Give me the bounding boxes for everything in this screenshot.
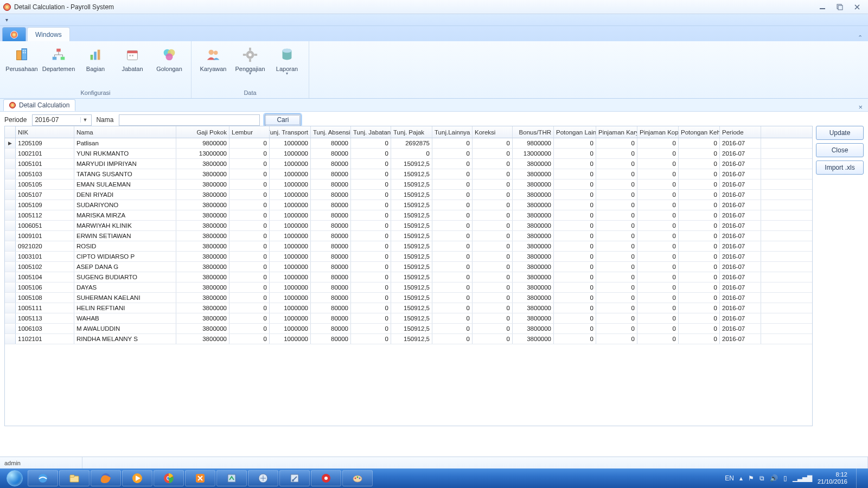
cell-pinjkop[interactable]: 0 — [637, 252, 679, 261]
close-button[interactable] — [850, 3, 865, 11]
cell-pinjkar[interactable]: 0 — [596, 313, 637, 323]
cell-nama[interactable]: ROSID — [74, 241, 176, 251]
cell-lembur[interactable]: 0 — [229, 159, 270, 169]
tray-volume-icon[interactable]: 🔊 — [770, 474, 778, 482]
cell-periode[interactable]: 2016-07 — [720, 221, 761, 230]
cell-periode[interactable]: 2016-07 — [720, 149, 761, 158]
cell-lain[interactable]: 0 — [432, 169, 473, 179]
cell-pinjkop[interactable]: 0 — [637, 303, 679, 313]
tray-clock[interactable]: 8:12 21/10/2016 — [818, 471, 847, 485]
cell-pajak[interactable]: 150912,5 — [391, 221, 432, 230]
cell-potlain[interactable]: 0 — [554, 200, 596, 210]
cell-absen[interactable]: 80000 — [311, 221, 351, 230]
cell-nama[interactable]: MARYUDI IMPRIYAN — [74, 159, 176, 169]
task-xampp[interactable] — [185, 470, 215, 486]
cell-bonus[interactable]: 3800000 — [513, 262, 554, 272]
cell-pajak[interactable]: 150912,5 — [391, 334, 432, 344]
cell-bonus[interactable]: 3800000 — [513, 159, 554, 169]
col-pinjkop[interactable]: Pinjaman Kope — [637, 126, 679, 138]
cell-pothadir[interactable]: 0 — [679, 293, 720, 303]
cell-jabatan[interactable]: 0 — [351, 262, 391, 272]
cell-koreksi[interactable]: 0 — [473, 262, 513, 272]
table-row[interactable]: 1005104SUGENG BUDIARTO380000001000000800… — [5, 272, 812, 282]
cell-nik[interactable]: 1005111 — [16, 303, 74, 313]
cell-bonus[interactable]: 3800000 — [513, 313, 554, 323]
table-row[interactable]: 1005103TATANG SUSANTO3800000010000008000… — [5, 169, 812, 179]
cell-nik[interactable]: 1205109 — [16, 138, 74, 148]
app-menu-tab[interactable] — [2, 27, 26, 41]
cell-pajak[interactable]: 150912,5 — [391, 210, 432, 220]
cell-pinjkar[interactable]: 0 — [596, 200, 637, 210]
cell-periode[interactable]: 2016-07 — [720, 241, 761, 251]
table-row[interactable]: 1005111HELIN REFTIANI3800000010000008000… — [5, 303, 812, 313]
cell-periode[interactable]: 2016-07 — [720, 210, 761, 220]
cell-lain[interactable]: 0 — [432, 272, 473, 282]
cell-pinjkop[interactable]: 0 — [637, 221, 679, 230]
cell-jabatan[interactable]: 0 — [351, 313, 391, 323]
cell-jabatan[interactable]: 0 — [351, 138, 391, 148]
cell-pinjkar[interactable]: 0 — [596, 303, 637, 313]
cell-transport[interactable]: 1000000 — [270, 231, 311, 241]
ribbon-perusahaan[interactable]: Perusahaan — [3, 43, 40, 74]
cell-transport[interactable]: 1000000 — [270, 303, 311, 313]
cell-pajak[interactable]: 2692875 — [391, 138, 432, 148]
table-row[interactable]: 1005101MARYUDI IMPRIYAN38000000100000080… — [5, 159, 812, 169]
cell-pothadir[interactable]: 0 — [679, 252, 720, 261]
cari-button[interactable]: Cari — [264, 114, 301, 126]
cell-periode[interactable]: 2016-07 — [720, 169, 761, 179]
row-header[interactable] — [5, 324, 16, 333]
cell-pinjkar[interactable]: 0 — [596, 159, 637, 169]
cell-lain[interactable]: 0 — [432, 231, 473, 241]
cell-pothadir[interactable]: 0 — [679, 334, 720, 344]
cell-pajak[interactable]: 150912,5 — [391, 200, 432, 210]
task-firefox[interactable] — [91, 470, 121, 486]
cell-jabatan[interactable]: 0 — [351, 241, 391, 251]
cell-lembur[interactable]: 0 — [229, 169, 270, 179]
cell-gaji[interactable]: 3800000 — [176, 241, 229, 251]
col-jabatan[interactable]: Tunj. Jabatan — [351, 126, 391, 138]
cell-lain[interactable]: 0 — [432, 159, 473, 169]
col-koreksi[interactable]: Koreksi — [473, 126, 513, 138]
cell-lembur[interactable]: 0 — [229, 179, 270, 189]
task-ie[interactable] — [28, 470, 58, 486]
cell-bonus[interactable]: 3800000 — [513, 210, 554, 220]
cell-nama[interactable]: DAYAS — [74, 282, 176, 292]
cell-pinjkop[interactable]: 0 — [637, 262, 679, 272]
cell-pinjkop[interactable]: 0 — [637, 282, 679, 292]
cell-gaji[interactable]: 3800000 — [176, 324, 229, 333]
cell-transport[interactable]: 1000000 — [270, 334, 311, 344]
col-pothadir[interactable]: Potongan Kehad — [679, 126, 720, 138]
cell-pothadir[interactable]: 0 — [679, 179, 720, 189]
cell-lain[interactable]: 0 — [432, 282, 473, 292]
cell-jabatan[interactable]: 0 — [351, 334, 391, 344]
cell-bonus[interactable]: 13000000 — [513, 149, 554, 158]
data-grid[interactable]: NIK Nama Gaji Pokok Lembur Tunj. Transpo… — [4, 126, 813, 426]
cell-periode[interactable]: 2016-07 — [720, 190, 761, 200]
cell-nik[interactable]: 1005104 — [16, 272, 74, 282]
table-row[interactable]: 1009101ERWIN SETIAWAN3800000010000008000… — [5, 231, 812, 241]
table-row[interactable]: 1005112MARISKA MIRZA38000000100000080000… — [5, 210, 812, 221]
import-xls-button[interactable]: Import .xls — [816, 160, 864, 175]
cell-nama[interactable]: DENI RIYADI — [74, 190, 176, 200]
cell-lembur[interactable]: 0 — [229, 221, 270, 230]
cell-transport[interactable]: 1000000 — [270, 221, 311, 230]
tab-windows[interactable]: Windows — [27, 27, 70, 41]
cell-lembur[interactable]: 0 — [229, 293, 270, 303]
cell-pothadir[interactable]: 0 — [679, 241, 720, 251]
cell-nik[interactable]: 1006103 — [16, 324, 74, 333]
col-periode[interactable]: Periode — [720, 126, 761, 138]
cell-pinjkop[interactable]: 0 — [637, 149, 679, 158]
cell-potlain[interactable]: 0 — [554, 221, 596, 230]
cell-potlain[interactable]: 0 — [554, 210, 596, 220]
cell-absen[interactable]: 80000 — [311, 282, 351, 292]
cell-periode[interactable]: 2016-07 — [720, 282, 761, 292]
cell-pothadir[interactable]: 0 — [679, 231, 720, 241]
cell-jabatan[interactable]: 0 — [351, 159, 391, 169]
cell-bonus[interactable]: 3800000 — [513, 241, 554, 251]
cell-nama[interactable]: MARISKA MIRZA — [74, 210, 176, 220]
tray-battery-icon[interactable]: ▯ — [783, 474, 787, 482]
cell-nik[interactable]: 1005112 — [16, 210, 74, 220]
cell-pajak[interactable]: 150912,5 — [391, 272, 432, 282]
cell-lembur[interactable]: 0 — [229, 272, 270, 282]
cell-koreksi[interactable]: 0 — [473, 169, 513, 179]
